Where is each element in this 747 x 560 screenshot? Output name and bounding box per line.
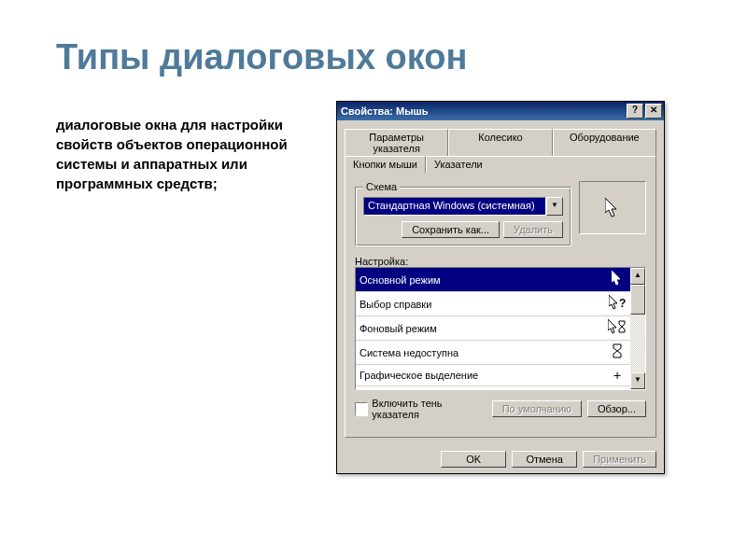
dropdown-arrow-icon[interactable]: ▼ (546, 197, 563, 216)
window-title: Свойства: Мышь (341, 105, 625, 117)
slide-title: Типы диалоговых окон (56, 37, 691, 77)
list-item[interactable]: Выбор справки ? (356, 292, 630, 316)
dialog-window: Свойства: Мышь ? ✕ Параметры указателя К… (336, 101, 665, 474)
busy-cursor-icon (608, 343, 627, 361)
browse-button[interactable]: Обзор... (587, 400, 646, 417)
cursor-preview (579, 181, 646, 234)
arrow-cursor-icon (608, 271, 627, 288)
list-item[interactable]: Графическое выделение + (356, 365, 630, 386)
tab-buttons[interactable]: Кнопки мыши (345, 156, 426, 173)
tab-pointer-params[interactable]: Параметры указателя (345, 129, 448, 156)
arrow-cursor-icon (605, 198, 620, 218)
busy-bg-cursor-icon (608, 319, 627, 337)
scrollbar[interactable]: ▲ ▼ (630, 268, 645, 389)
list-item-label: Система недоступна (359, 347, 608, 358)
scroll-up-icon[interactable]: ▲ (630, 268, 645, 285)
list-item[interactable]: Система недоступна (356, 341, 630, 365)
slide-description: диалоговые окна для настройки свойств об… (56, 115, 317, 193)
default-button: По умолчанию (492, 400, 582, 417)
help-cursor-icon: ? (608, 295, 627, 313)
shadow-checkbox-label: Включить тень указателя (372, 398, 486, 420)
list-item-label: Выбор справки (359, 299, 608, 310)
ok-button[interactable]: OK (441, 451, 506, 468)
help-button[interactable]: ? (627, 104, 643, 119)
list-item[interactable]: Фоновый режим (356, 316, 630, 341)
tab-hardware[interactable]: Оборудование (553, 129, 656, 156)
customize-label: Настройка: (355, 256, 646, 267)
list-item[interactable]: Основной режим (356, 268, 630, 292)
close-button[interactable]: ✕ (645, 104, 662, 119)
tab-wheel[interactable]: Колесико (448, 129, 552, 156)
shadow-checkbox[interactable] (355, 402, 368, 416)
svg-text:?: ? (619, 297, 626, 310)
scheme-dropdown[interactable]: Стандартная Windows (системная) ▼ (363, 197, 563, 216)
tab-panel: Схема Стандартная Windows (системная) ▼ … (345, 171, 656, 438)
delete-button: Удалить (503, 221, 563, 238)
scroll-track[interactable] (630, 315, 645, 372)
cross-cursor-icon: + (608, 368, 627, 383)
scheme-selected: Стандартная Windows (системная) (363, 197, 546, 216)
list-item-label: Фоновый режим (359, 323, 608, 334)
cancel-button[interactable]: Отмена (512, 451, 577, 468)
scroll-thumb[interactable] (630, 285, 645, 315)
titlebar[interactable]: Свойства: Мышь ? ✕ (337, 102, 664, 120)
save-as-button[interactable]: Сохранить как... (402, 221, 500, 238)
list-item-label: Графическое выделение (359, 370, 608, 381)
cursor-listbox[interactable]: Основной режим Выбор справки ? Фоновый р… (355, 267, 646, 390)
tab-pointers[interactable]: Указатели (426, 156, 656, 173)
scheme-group: Схема Стандартная Windows (системная) ▼ … (355, 187, 571, 246)
apply-button: Применить (583, 451, 656, 468)
scroll-down-icon[interactable]: ▼ (630, 372, 645, 389)
list-item-label: Основной режим (359, 274, 608, 286)
scheme-group-title: Схема (363, 181, 400, 192)
